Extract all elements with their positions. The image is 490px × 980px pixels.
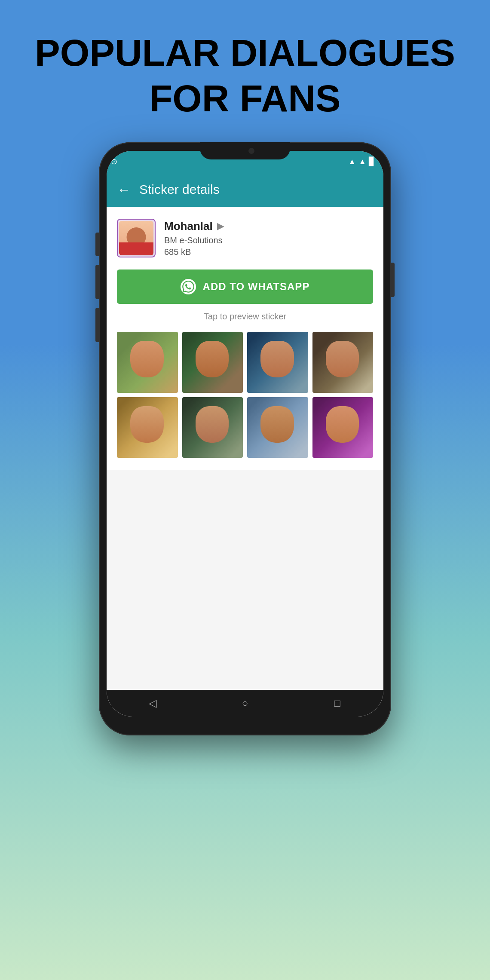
sticker-metadata: Mohanlal ▶ BM e-Solutions 685 kB — [164, 220, 373, 257]
home-nav-button[interactable]: ○ — [236, 695, 254, 712]
face-4 — [326, 341, 359, 377]
back-nav-button[interactable]: ◁ — [144, 695, 161, 712]
volume-down-button — [95, 265, 99, 299]
face-5 — [130, 406, 164, 443]
sticker-pack-name: Mohanlal — [164, 220, 213, 233]
battery-icon: ▊ — [369, 157, 375, 166]
face-8 — [326, 406, 359, 443]
sticker-image-2 — [182, 332, 243, 393]
volume-up-button — [95, 233, 99, 256]
sticker-image-4 — [312, 332, 374, 393]
page-title-line1: POPULAR DIALOGUES — [35, 30, 455, 76]
face-1 — [130, 341, 164, 377]
phone-notch — [200, 142, 290, 159]
face-6 — [196, 406, 229, 443]
whatsapp-button-label: ADD TO WHATSAPP — [203, 281, 310, 293]
content-area: Mohanlal ▶ BM e-Solutions 685 kB ADD TO … — [107, 207, 383, 470]
toolbar-title: Sticker details — [139, 182, 220, 197]
power-button — [391, 263, 395, 297]
sticker-item-7[interactable] — [247, 397, 308, 458]
phone-screen: ⊙ ▲ ▲ ▊ ← Sticker details Mohanlal — [107, 151, 383, 717]
sticker-item-3[interactable] — [247, 332, 308, 393]
sticker-item-1[interactable] — [117, 332, 178, 393]
back-button[interactable]: ← — [117, 183, 131, 196]
front-camera — [248, 148, 254, 154]
sticker-item-6[interactable] — [182, 397, 243, 458]
sticker-grid — [117, 332, 373, 458]
sticker-image-7 — [247, 397, 308, 458]
sticker-item-8[interactable] — [312, 397, 374, 458]
sticker-size: 685 kB — [164, 247, 373, 257]
silent-button — [95, 308, 99, 342]
sticker-item-4[interactable] — [312, 332, 374, 393]
sticker-image-6 — [182, 397, 243, 458]
preview-hint-text: Tap to preview sticker — [117, 312, 373, 322]
face-7 — [260, 406, 294, 443]
sticker-item-5[interactable] — [117, 397, 178, 458]
sticker-avatar — [117, 219, 156, 257]
sticker-image-5 — [117, 397, 178, 458]
sticker-info-card: Mohanlal ▶ BM e-Solutions 685 kB — [117, 219, 373, 257]
bottom-navigation: ◁ ○ □ — [107, 690, 383, 717]
sticker-name-row: Mohanlal ▶ — [164, 220, 373, 233]
status-left-icons: ⊙ — [111, 157, 117, 166]
sticker-author: BM e-Solutions — [164, 236, 373, 245]
face-2 — [196, 341, 229, 377]
whatsapp-logo-icon — [181, 279, 196, 294]
status-right-icons: ▲ ▲ ▊ — [348, 157, 375, 166]
page-header: POPULAR DIALOGUES FOR FANS — [35, 30, 455, 121]
face-3 — [260, 341, 294, 377]
app-icon: ⊙ — [111, 157, 117, 166]
phone-shell: ⊙ ▲ ▲ ▊ ← Sticker details Mohanlal — [99, 142, 391, 735]
signal-icon: ▲ — [358, 157, 366, 166]
sticker-image-8 — [312, 397, 374, 458]
whatsapp-svg — [182, 281, 194, 293]
recent-nav-button[interactable]: □ — [329, 695, 346, 712]
sticker-image-1 — [117, 332, 178, 393]
page-title-line2: FOR FANS — [35, 76, 455, 121]
sticker-image-3 — [247, 332, 308, 393]
sticker-item-2[interactable] — [182, 332, 243, 393]
add-to-whatsapp-button[interactable]: ADD TO WHATSAPP — [117, 270, 373, 304]
toolbar: ← Sticker details — [107, 172, 383, 207]
avatar-image — [119, 221, 153, 255]
play-icon[interactable]: ▶ — [217, 220, 224, 232]
wifi-icon: ▲ — [348, 157, 356, 166]
